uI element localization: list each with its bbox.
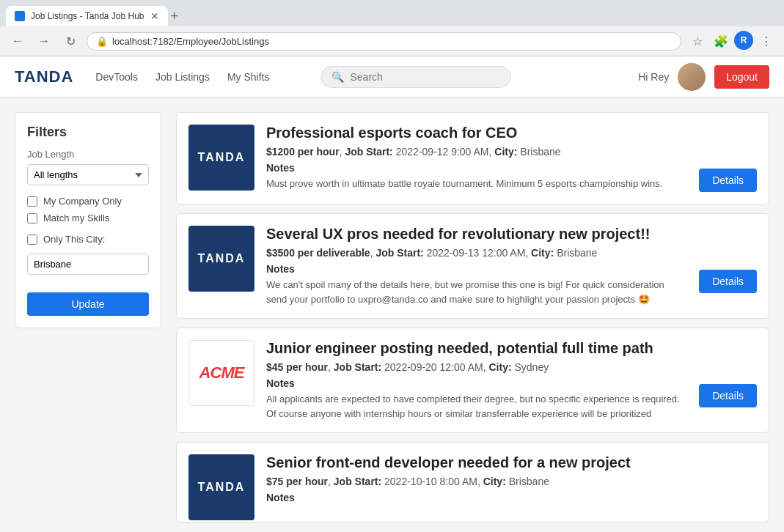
tab-title: Job Listings - Tanda Job Hub [31, 11, 144, 21]
match-skills-label: Match my Skills [43, 213, 109, 223]
job-card: TANDA Several UX pros needed for revolut… [176, 213, 769, 319]
job-length-label: Job Length [27, 149, 149, 160]
job-meta-1: $1200 per hour, Job Start: 2022-09-12 9:… [266, 146, 687, 158]
notes-text-1: Must prove worth in ultimate battle roya… [266, 177, 687, 191]
notes-label-3: Notes [266, 377, 687, 389]
browser-profile[interactable]: R [734, 31, 753, 50]
browser-toolbar: ← → ↻ 🔒 ☆ 🧩 R ⋮ [0, 26, 784, 56]
search-bar: 🔍 [320, 66, 511, 88]
browser-action-buttons: ☆ 🧩 R ⋮ [687, 31, 777, 51]
city-val-2: Brisbane [557, 247, 597, 259]
new-tab-button[interactable]: + [171, 9, 179, 24]
search-icon: 🔍 [331, 71, 344, 83]
city-filter: Only This City: [27, 234, 149, 275]
job-actions-2: Details [699, 226, 757, 293]
job-title-1: Professional esports coach for CEO [266, 125, 687, 141]
browser-tab-bar: Job Listings - Tanda Job Hub ✕ + [0, 0, 784, 26]
logo-text: TANDA [15, 67, 73, 86]
job-card: ACME Junior engineer posting needed, pot… [176, 328, 769, 433]
details-button-2[interactable]: Details [699, 270, 757, 293]
company-logo-tanda-2: TANDA [188, 226, 254, 292]
details-button-1[interactable]: Details [699, 169, 757, 192]
lock-icon: 🔒 [96, 36, 108, 47]
avatar [678, 63, 706, 91]
details-button-3[interactable]: Details [699, 384, 757, 407]
address-bar[interactable]: 🔒 [87, 32, 681, 51]
filters-title: Filters [27, 125, 149, 140]
city-filter-label: Only This City: [43, 234, 105, 245]
nav-my-shifts[interactable]: My Shifts [220, 67, 277, 87]
tab-close-icon[interactable]: ✕ [150, 10, 159, 22]
company-logo-tanda-1: TANDA [188, 125, 254, 191]
address-input[interactable] [112, 36, 672, 47]
city-filter-checkbox-row[interactable]: Only This City: [27, 234, 149, 245]
job-meta-3: $45 per hour, Job Start: 2022-09-20 12:0… [266, 361, 687, 373]
job-listings: TANDA Professional esports coach for CEO… [176, 112, 769, 522]
job-rate-3: $45 per hour [266, 361, 328, 373]
city-only-checkbox[interactable] [27, 234, 37, 245]
my-company-checkbox[interactable] [27, 196, 37, 207]
job-start-val-3: 2022-09-20 12:00 AM [384, 361, 483, 373]
city-val-3: Sydney [515, 361, 549, 373]
acme-logo-text: ACME [199, 363, 244, 383]
tanda-logo-text: TANDA [198, 151, 246, 164]
forward-button[interactable]: → [34, 31, 54, 51]
city-val-1: Brisbane [520, 146, 560, 158]
city-input[interactable] [27, 254, 149, 275]
job-meta-2: $3500 per deliverable, Job Start: 2022-0… [266, 247, 687, 259]
extensions-button[interactable]: 🧩 [711, 31, 731, 51]
job-title-4: Senior front-end developer needed for a … [266, 454, 757, 471]
match-skills-filter[interactable]: Match my Skills [27, 213, 149, 223]
job-actions-3: Details [699, 340, 757, 407]
job-start-val-2: 2022-09-13 12:00 AM [427, 247, 526, 259]
my-company-label: My Company Only [43, 196, 122, 207]
job-start-label-3: Job Start: [334, 361, 381, 373]
browser-tab-active[interactable]: Job Listings - Tanda Job Hub ✕ [6, 6, 168, 26]
job-title-3: Junior engineer posting needed, potentia… [266, 340, 687, 357]
refresh-button[interactable]: ↻ [60, 31, 81, 51]
search-input[interactable] [350, 71, 500, 83]
notes-label-1: Notes [266, 162, 687, 174]
nav-job-listings[interactable]: Job Listings [148, 67, 217, 87]
update-button[interactable]: Update [27, 292, 149, 316]
job-rate-4: $75 per hour [266, 476, 328, 487]
company-logo-tanda-4: TANDA [188, 454, 254, 520]
match-skills-checkbox[interactable] [27, 213, 37, 223]
job-content-1: Professional esports coach for CEO $1200… [266, 125, 687, 191]
job-title-2: Several UX pros needed for revolutionary… [266, 226, 687, 243]
job-length-filter: Job Length All lengths Short Medium Long [27, 149, 149, 185]
nav-devtools[interactable]: DevTools [88, 67, 145, 87]
tab-favicon [15, 11, 25, 21]
main-layout: Filters Job Length All lengths Short Med… [0, 97, 784, 532]
logout-button[interactable]: Logout [714, 65, 769, 89]
job-start-val-4: 2022-10-10 8:00 AM [384, 476, 477, 487]
job-start-label-1: Job Start: [345, 146, 392, 158]
my-company-filter[interactable]: My Company Only [27, 196, 149, 207]
job-content-4: Senior front-end developer needed for a … [266, 454, 757, 506]
app-header: TANDA DevTools Job Listings My Shifts 🔍 … [0, 56, 784, 97]
checkbox-filters: My Company Only Match my Skills [27, 196, 149, 223]
notes-label-4: Notes [266, 492, 757, 503]
avatar-image [678, 63, 706, 91]
job-card: TANDA Professional esports coach for CEO… [176, 112, 769, 204]
job-meta-4: $75 per hour, Job Start: 2022-10-10 8:00… [266, 476, 757, 487]
job-rate-2: $3500 per deliverable [266, 247, 370, 259]
notes-text-2: We can't spoil many of the details here,… [266, 278, 687, 306]
browser-chrome: Job Listings - Tanda Job Hub ✕ + ← → ↻ 🔒… [0, 0, 784, 56]
city-label-3: City: [488, 361, 511, 373]
greeting-text: Hi Rey [638, 71, 669, 83]
job-content-3: Junior engineer posting needed, potentia… [266, 340, 687, 421]
app-logo: TANDA [15, 67, 73, 86]
header-right: Hi Rey Logout [638, 63, 769, 91]
city-label-4: City: [483, 476, 506, 487]
nav-links: DevTools Job Listings My Shifts [88, 67, 276, 87]
tanda-logo-text: TANDA [198, 252, 246, 265]
bookmark-button[interactable]: ☆ [687, 31, 708, 51]
back-button[interactable]: ← [7, 31, 28, 51]
job-start-label-2: Job Start: [375, 247, 423, 259]
job-length-select[interactable]: All lengths Short Medium Long [27, 164, 149, 185]
job-start-label-4: Job Start: [334, 476, 381, 487]
city-label-2: City: [531, 247, 554, 259]
company-logo-acme: ACME [188, 340, 254, 406]
browser-menu-button[interactable]: ⋮ [756, 31, 777, 51]
